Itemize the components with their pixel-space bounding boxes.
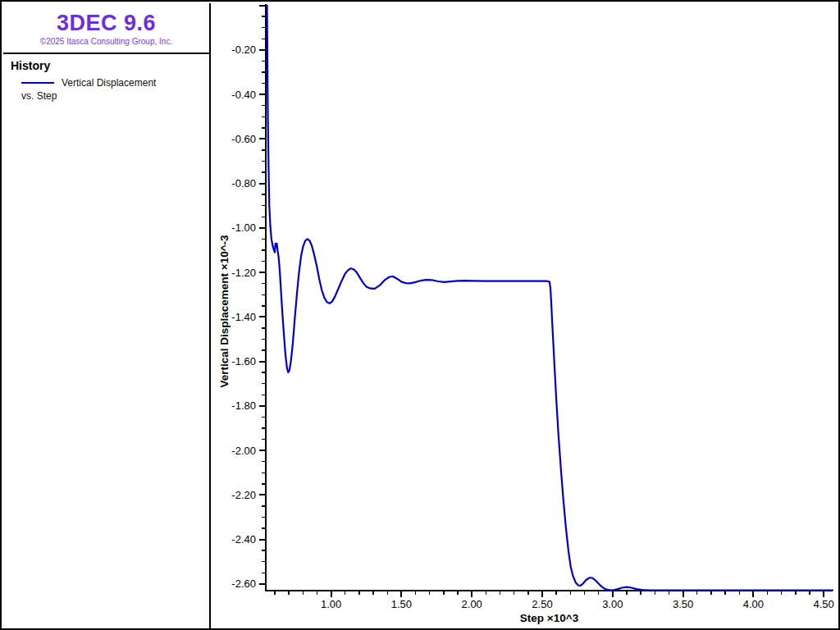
copyright-text: ©2025 Itasca Consulting Group, Inc.	[3, 37, 209, 46]
legend-item-vertical-displacement: Vertical Displacement	[21, 77, 209, 88]
y-tick-label: -1.40	[231, 311, 256, 323]
y-tick-label: -1.00	[231, 221, 256, 234]
x-tick-label: 4.50	[814, 598, 834, 610]
legend-vs-step-label: vs. Step	[21, 90, 209, 102]
x-tick-label: 1.00	[321, 598, 341, 610]
y-tick-label: -2.20	[231, 489, 256, 501]
y-tick-label: -1.60	[231, 355, 256, 368]
x-tick-label: 3.50	[673, 598, 693, 610]
app-window: 3DEC 9.6 ©2025 Itasca Consulting Group, …	[0, 0, 840, 630]
legend-line-swatch	[21, 82, 54, 84]
history-plot[interactable]: 1.001.502.002.503.003.504.004.50-0.20-0.…	[212, 3, 840, 628]
sidebar: 3DEC 9.6 ©2025 Itasca Consulting Group, …	[3, 3, 211, 628]
x-axis-title: Step ×10^3	[520, 612, 579, 624]
app-logo: 3DEC 9.6	[3, 11, 209, 36]
y-tick-label: -1.20	[231, 267, 256, 279]
x-tick-label: 1.50	[391, 598, 412, 610]
chart-area[interactable]: 1.001.502.002.503.003.504.004.50-0.20-0.…	[212, 3, 840, 628]
x-tick-label: 3.00	[602, 598, 623, 610]
sidebar-divider	[3, 52, 209, 54]
y-tick-label: -1.80	[231, 399, 256, 412]
y-tick-label: -0.20	[231, 43, 256, 56]
y-tick-label: -2.60	[231, 578, 256, 590]
x-tick-label: 2.50	[532, 598, 552, 610]
y-tick-label: -2.00	[231, 445, 256, 457]
y-tick-label: -0.40	[231, 89, 256, 101]
axis-ticks	[259, 6, 824, 597]
y-tick-label: -0.80	[231, 177, 256, 189]
x-tick-label: 4.00	[743, 598, 764, 610]
y-axis-title: Vertical Displacement ×10^-3	[218, 235, 231, 388]
history-section-title: History	[11, 59, 209, 72]
y-tick-label: -2.40	[231, 533, 256, 546]
y-tick-label: -0.60	[231, 133, 256, 145]
axis-tick-labels: 1.001.502.002.503.003.504.004.50-0.20-0.…	[231, 43, 833, 610]
x-tick-label: 2.00	[462, 598, 482, 610]
series-vertical-displacement	[267, 6, 833, 591]
legend-label: Vertical Displacement	[62, 77, 156, 89]
